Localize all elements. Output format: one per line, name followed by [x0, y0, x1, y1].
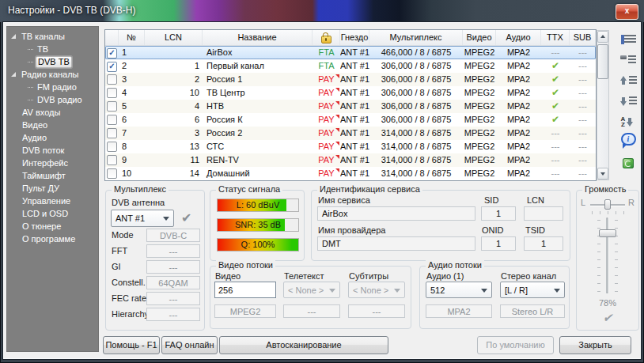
sidebar-item-аудио[interactable]: Аудио	[6, 131, 99, 144]
ttx-check-icon: ✔	[551, 74, 559, 85]
audio-pid-select[interactable]: 512	[426, 282, 492, 298]
column-header-sub[interactable]: SUB	[570, 30, 596, 45]
stereo-channel-select[interactable]: [L / R]	[500, 282, 565, 298]
sidebar-item-радио-каналы[interactable]: Радио каналы	[6, 68, 99, 81]
column-header-cb[interactable]	[105, 30, 119, 45]
sidebar-item-dvb-радио[interactable]: DVB радио	[6, 93, 99, 106]
channel-checkbox[interactable]	[107, 115, 117, 125]
audio-panel-title: Аудио потоки	[426, 260, 484, 270]
column-header-sock[interactable]: Гнездо	[340, 30, 369, 45]
table-row[interactable]: 32Россия 1PAYANT #1306,000 / 8 / 6875MPE…	[105, 73, 596, 86]
cell-mux: 314,000 / 8 / 6875	[369, 167, 463, 180]
volume-tick	[615, 291, 618, 292]
column-header-mux[interactable]: Мультиплекс	[369, 30, 463, 45]
sort-az-button[interactable]: AZ	[617, 112, 639, 131]
ttx-check-icon: ✔	[551, 60, 559, 71]
channel-checkbox[interactable]	[107, 74, 117, 85]
volume-slider-thumb[interactable]	[599, 229, 616, 237]
sidebar-item-о-тюнере[interactable]: О тюнере	[6, 220, 99, 233]
sidebar-item-видео[interactable]: Видео	[6, 119, 99, 131]
table-header-row: №LCNНазваниеГнездоМультиплексВидеоАудиоT…	[105, 30, 596, 46]
table-row[interactable]: 1014ДомашнийPAYANT #1314,000 / 8 / 6875M…	[105, 167, 596, 180]
channel-info-button[interactable]: i	[617, 130, 639, 149]
sidebar-item-label: Видео	[21, 119, 49, 131]
channel-checkbox[interactable]	[107, 142, 117, 152]
move-down-button[interactable]	[617, 92, 639, 111]
cell-mux: 306,000 / 8 / 6875	[369, 86, 463, 100]
subtitles-label: Субтитры	[349, 271, 388, 281]
sidebar-item-dvb-поток[interactable]: DVB поток	[6, 144, 99, 157]
table-row[interactable]: 73Россия 2PAYANT #1314,000 / 8 / 6875MPE…	[105, 127, 596, 140]
cell-num: 4	[119, 86, 145, 100]
scrollbar-thumb[interactable]	[597, 44, 608, 79]
sidebar-item-пульт-ду[interactable]: Пульт ДУ	[6, 182, 99, 195]
scroll-down-button[interactable]	[597, 168, 608, 180]
table-row[interactable]: 66Россия КPAYANT #1306,000 / 8 / 6875MPE…	[105, 113, 596, 127]
move-up-button[interactable]	[617, 71, 639, 90]
cell-name: НТВ	[203, 100, 313, 113]
close-button[interactable]: x	[616, 4, 638, 20]
list-lines-icon	[629, 76, 637, 85]
scroll-up-button[interactable]	[597, 31, 608, 43]
column-header-name[interactable]: Название	[203, 30, 313, 45]
table-row[interactable]: ✓1AirBoxFTAANT #1466,000 / 8 / 6875MPEG2…	[105, 46, 596, 59]
cell-mux: 306,000 / 8 / 6875	[369, 73, 463, 86]
sidebar-item-label: Аудио	[21, 131, 48, 144]
balance-slider-thumb[interactable]	[604, 199, 611, 210]
sidebar-item-dvb-тв[interactable]: DVB ТВ	[6, 55, 99, 68]
channel-checkbox[interactable]	[107, 155, 117, 165]
teletext-select[interactable]: < None >	[283, 282, 340, 298]
table-row[interactable]: 410ТВ ЦентрPAYANT #1306,000 / 8 / 6875MP…	[105, 86, 596, 100]
web-update-button[interactable]	[617, 153, 639, 172]
subtitles-select[interactable]: < None >	[348, 282, 405, 298]
sidebar-item-label: DVB радио	[36, 93, 84, 106]
antenna-select[interactable]: ANT #1	[111, 210, 174, 227]
no-value-dashes: ---	[578, 168, 587, 178]
table-row[interactable]: 54НТВPAYANT #1306,000 / 8 / 6875MPEG2MPA…	[105, 100, 596, 113]
channel-checkbox[interactable]	[107, 88, 117, 98]
column-header-num[interactable]: №	[119, 30, 145, 45]
cell-vid: MPEG2	[463, 113, 496, 127]
column-header-aud[interactable]: Аудио	[496, 30, 541, 45]
table-row[interactable]: 813СТСPAYANT #1314,000 / 8 / 6875MPEG2MP…	[105, 140, 596, 153]
table-scrollbar[interactable]	[597, 30, 609, 180]
service-panel-title: Идентификация сервиса	[317, 184, 422, 194]
stereo-info-field: Stereo L/R	[500, 304, 565, 318]
sidebar-item-тв-каналы[interactable]: ТВ каналы	[6, 30, 99, 43]
select-all-button[interactable]	[617, 30, 639, 49]
autoscan-button[interactable]: Автосканирование	[219, 336, 388, 354]
cell-cb	[105, 140, 119, 153]
sidebar-item-av-входы[interactable]: AV входы	[6, 106, 99, 119]
sidebar-item-fm-радио[interactable]: FM радио	[6, 81, 99, 93]
antenna-select-value: ANT #1	[116, 214, 145, 223]
channel-checkbox[interactable]: ✓	[107, 62, 117, 72]
sidebar-item-интерфейс[interactable]: Интерфейс	[6, 157, 99, 169]
table-row[interactable]: ✓21Первый каналFTAANT #1306,000 / 8 / 68…	[105, 59, 596, 73]
no-value-dashes: ---	[578, 47, 587, 57]
column-header-acc[interactable]	[313, 30, 340, 45]
sidebar-item-тв[interactable]: ТВ	[6, 43, 99, 55]
channel-checkbox[interactable]: ✓	[107, 48, 117, 59]
video-pid-input[interactable]	[214, 282, 276, 298]
sidebar-item-о-программе[interactable]: О программе	[6, 233, 99, 245]
column-header-lcn[interactable]: LCN	[145, 30, 203, 45]
channel-checkbox[interactable]	[107, 168, 117, 179]
table-row[interactable]: 911REN-TVPAYANT #1314,000 / 8 / 6875MPEG…	[105, 153, 596, 167]
help-button[interactable]: Помощь - F1	[103, 336, 160, 354]
mux-field-label: GI	[112, 262, 121, 271]
signal-bar: L: 60 dBuV	[217, 199, 299, 212]
sidebar-item-label: Управление	[21, 195, 72, 207]
cell-mux: 314,000 / 8 / 6875	[369, 140, 463, 153]
column-header-ttx[interactable]: TTX	[541, 30, 570, 45]
close-window-button[interactable]: Закрыть	[559, 336, 631, 354]
sidebar-item-lcd-и-osd[interactable]: LCD и OSD	[6, 207, 99, 220]
sidebar-item-управление[interactable]: Управление	[6, 195, 99, 207]
channel-checkbox[interactable]	[107, 128, 117, 138]
sidebar-item-таймшифт[interactable]: Таймшифт	[6, 169, 99, 182]
cell-num: 9	[119, 153, 145, 167]
channel-checkbox[interactable]	[107, 101, 117, 112]
column-header-vid[interactable]: Видео	[463, 30, 496, 45]
remove-channel-button[interactable]	[617, 51, 639, 70]
faq-button[interactable]: FAQ онлайн	[161, 336, 218, 354]
sidebar-item-label: Таймшифт	[21, 169, 67, 182]
